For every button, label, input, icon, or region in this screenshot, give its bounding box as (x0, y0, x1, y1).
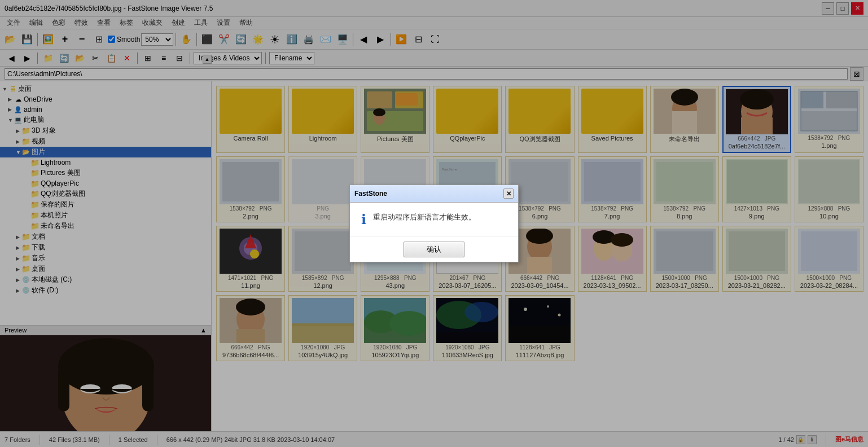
modal-titlebar: FastStone ✕ (350, 185, 518, 203)
modal-overlay: FastStone ✕ ℹ 重启动程序后新语言才能生效。 确认 (0, 0, 868, 447)
modal-body: ℹ 重启动程序后新语言才能生效。 (350, 203, 518, 236)
modal-close-button[interactable]: ✕ (503, 189, 514, 199)
modal-dialog: FastStone ✕ ℹ 重启动程序后新语言才能生效。 确认 (349, 185, 519, 262)
modal-title: FastStone (354, 190, 387, 198)
modal-message: 重启动程序后新语言才能生效。 (373, 212, 476, 223)
modal-footer: 确认 (350, 236, 518, 262)
modal-ok-button[interactable]: 确认 (404, 242, 464, 257)
modal-info-icon: ℹ (361, 212, 366, 227)
